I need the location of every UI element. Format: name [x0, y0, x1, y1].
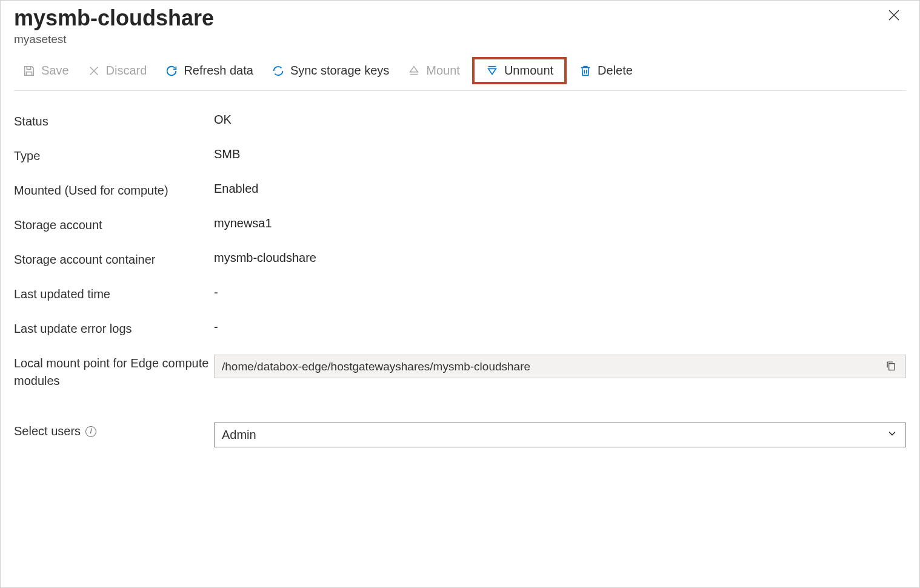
refresh-data-button[interactable]: Refresh data — [156, 61, 262, 81]
discard-icon — [87, 64, 101, 78]
sync-icon — [272, 64, 285, 78]
value-storage-container: mysmb-cloudshare — [214, 251, 906, 265]
close-icon — [887, 7, 901, 26]
value-last-errors: - — [214, 320, 906, 334]
copy-icon — [885, 359, 897, 373]
label-storage-container: Storage account container — [14, 251, 214, 269]
value-status: OK — [214, 113, 906, 127]
mount-icon — [407, 64, 421, 78]
value-last-updated: - — [214, 286, 906, 299]
unmount-highlight: Unmount — [472, 57, 567, 84]
title-block: mysmb-cloudshare myasetest — [14, 5, 214, 46]
save-icon — [22, 64, 36, 78]
refresh-icon — [165, 64, 178, 78]
select-users-value: Admin — [222, 428, 256, 442]
row-storage-container: Storage account container mysmb-cloudsha… — [14, 242, 906, 277]
delete-button[interactable]: Delete — [570, 61, 641, 81]
panel-header: mysmb-cloudshare myasetest — [14, 5, 906, 46]
discard-button: Discard — [79, 61, 156, 81]
row-mount-point: Local mount point for Edge compute modul… — [14, 346, 906, 398]
select-users-dropdown[interactable]: Admin — [214, 423, 906, 447]
page-subtitle: myasetest — [14, 33, 214, 46]
value-storage-account: mynewsa1 — [214, 216, 906, 230]
row-last-updated: Last updated time - — [14, 277, 906, 312]
label-last-errors: Last update error logs — [14, 320, 214, 338]
label-select-users: Select users i — [14, 423, 214, 440]
row-select-users: Select users i Admin — [14, 414, 906, 456]
value-type: SMB — [214, 147, 906, 161]
unmount-button[interactable]: Unmount — [477, 61, 562, 81]
sync-storage-keys-button[interactable]: Sync storage keys — [263, 61, 398, 81]
details-body: Status OK Type SMB Mounted (Used for com… — [14, 91, 906, 456]
row-type: Type SMB — [14, 139, 906, 173]
page-title: mysmb-cloudshare — [14, 5, 214, 30]
close-button[interactable] — [882, 5, 906, 28]
info-icon[interactable]: i — [85, 426, 96, 437]
label-mount-point: Local mount point for Edge compute modul… — [14, 355, 214, 390]
label-mounted: Mounted (Used for compute) — [14, 182, 214, 199]
row-mounted: Mounted (Used for compute) Enabled — [14, 173, 906, 208]
row-storage-account: Storage account mynewsa1 — [14, 208, 906, 242]
svg-rect-4 — [889, 364, 895, 370]
value-mounted: Enabled — [214, 182, 906, 196]
row-status: Status OK — [14, 104, 906, 139]
value-mount-point: /home/databox-edge/hostgatewayshares/mys… — [222, 360, 530, 373]
save-button: Save — [14, 61, 78, 81]
label-status: Status — [14, 113, 214, 130]
label-storage-account: Storage account — [14, 216, 214, 234]
label-last-updated: Last updated time — [14, 286, 214, 303]
row-last-errors: Last update error logs - — [14, 312, 906, 346]
label-type: Type — [14, 147, 214, 165]
copy-mount-point-button[interactable] — [884, 359, 898, 373]
share-details-panel: mysmb-cloudshare myasetest Save Discard — [0, 0, 920, 588]
delete-icon — [579, 64, 592, 78]
chevron-down-icon — [886, 427, 898, 443]
mount-point-field: /home/databox-edge/hostgatewayshares/mys… — [214, 355, 906, 378]
command-bar: Save Discard Refresh data Sync storage k… — [14, 57, 906, 91]
mount-button: Mount — [399, 61, 468, 81]
unmount-icon — [485, 64, 499, 78]
